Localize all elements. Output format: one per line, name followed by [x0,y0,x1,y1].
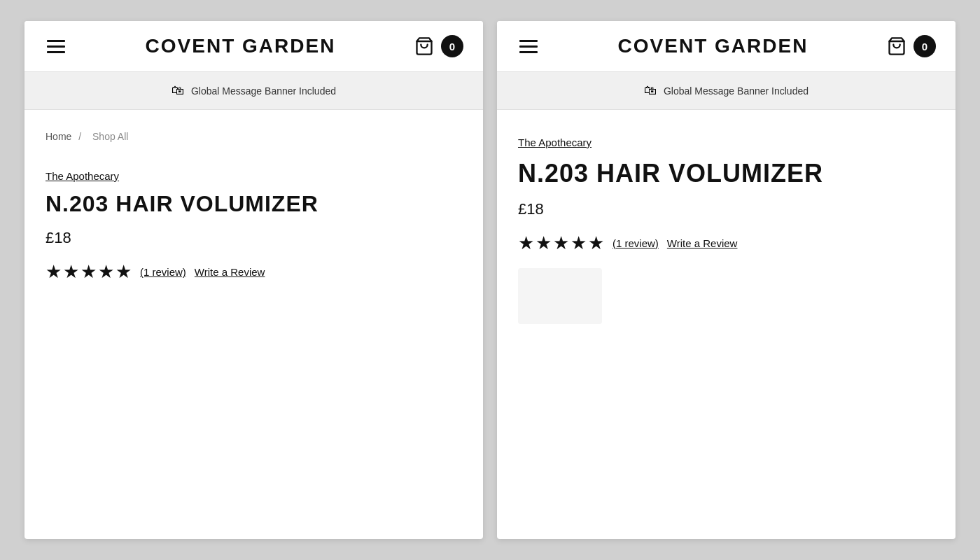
left-header: COVENT GARDEN 0 [24,21,483,72]
review-count-right[interactable]: (1 review) [612,237,659,249]
cart-badge-right[interactable]: 0 [913,35,936,57]
cart-icon-right[interactable] [886,35,908,57]
banner-text-right: Global Message Banner Included [664,85,808,97]
site-title-left: COVENT GARDEN [146,35,336,57]
content-left: Home / Shop All The Apothecary N.203 HAI… [24,110,483,539]
banner-text-left: Global Message Banner Included [191,85,336,97]
star-3-right: ★ [553,232,569,254]
star-2-right: ★ [536,232,552,254]
product-title-right: N.203 HAIR VOLUMIZER [518,160,934,188]
write-review-left[interactable]: Write a Review [195,266,265,278]
site-title-right: COVENT GARDEN [618,35,808,57]
stars-right: ★ ★ ★ ★ ★ [518,232,604,254]
reviews-row-right: ★ ★ ★ ★ ★ (1 review) Write a Review [518,232,934,254]
write-review-right[interactable]: Write a Review [667,237,738,249]
star-5-right: ★ [588,232,604,254]
banner-icon-left: 🛍 [172,83,184,98]
breadcrumb-left: Home / Shop All [46,131,462,142]
hamburger-menu-icon-right[interactable] [517,37,540,56]
page-wrapper: COVENT GARDEN 0 🛍 Global Message Banner … [18,21,962,539]
right-header: COVENT GARDEN 0 [497,21,955,72]
banner-right: 🛍 Global Message Banner Included [497,72,955,110]
left-panel: COVENT GARDEN 0 🛍 Global Message Banner … [24,21,483,539]
breadcrumb-separator: / [78,131,81,142]
content-right: The Apothecary N.203 HAIR VOLUMIZER £18 … [497,110,955,539]
star-3-left: ★ [80,261,97,283]
star-4-right: ★ [570,232,587,254]
star-1-right: ★ [518,232,534,254]
stars-left: ★ ★ ★ ★ ★ [46,261,132,283]
header-right-right: 0 [886,35,936,57]
vendor-link-right[interactable]: The Apothecary [518,136,592,148]
review-count-left[interactable]: (1 review) [140,266,186,278]
star-2-left: ★ [63,261,79,283]
breadcrumb-current: Shop All [92,131,128,142]
star-5-left: ★ [115,261,132,283]
product-price-right: £18 [518,200,934,218]
breadcrumb-home[interactable]: Home [46,131,71,142]
product-title-left: N.203 HAIR VOLUMIZER [46,192,462,216]
banner-left: 🛍 Global Message Banner Included [24,72,483,110]
right-panel: COVENT GARDEN 0 🛍 Global Message Banner … [497,21,955,539]
vendor-link-left[interactable]: The Apothecary [46,170,119,182]
star-4-left: ★ [98,261,114,283]
star-1-left: ★ [46,261,62,283]
reviews-row-left: ★ ★ ★ ★ ★ (1 review) Write a Review [46,261,462,283]
hamburger-menu-icon[interactable] [44,37,68,56]
cart-badge-left[interactable]: 0 [441,35,463,57]
banner-icon-right: 🛍 [644,83,657,98]
header-right-left: 0 [413,35,463,57]
product-image-right [518,268,602,324]
product-price-left: £18 [46,229,462,247]
cart-icon-left[interactable] [413,35,435,57]
